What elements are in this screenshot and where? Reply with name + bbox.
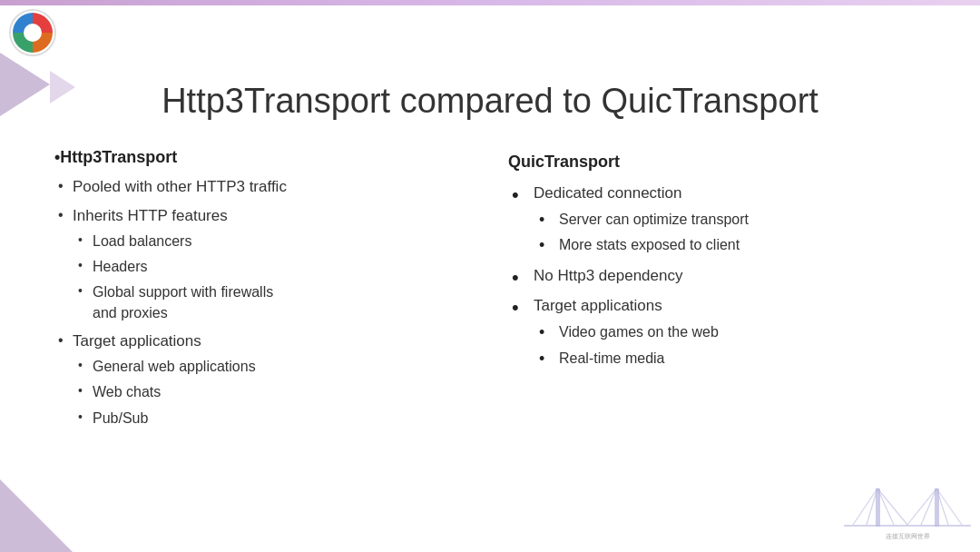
list-item: More stats exposed to client [534,235,926,255]
left-column: •Http3Transport Pooled with other HTTP3 … [54,148,472,436]
list-item: Headers [73,257,472,277]
svg-rect-0 [844,525,971,527]
svg-line-6 [877,488,907,525]
svg-line-10 [907,488,936,525]
right-bullet-list: Dedicated connection Server can optimize… [508,182,926,369]
sub-list: Load balancers Headers Global support wi… [73,232,472,324]
list-item: Web chats [73,382,472,402]
list-item: Pub/Sub [73,409,472,429]
list-item: Global support with firewallsand proxies [73,282,472,323]
logo [9,9,56,56]
svg-text:连接互联网世界: 连接互联网世界 [886,533,930,539]
list-item: Inherits HTTP features Load balancers He… [54,205,472,323]
bottom-right-logo: 连接互联网世界 [844,470,971,543]
list-item: Target applications General web applicat… [54,330,472,429]
list-item: General web applications [73,357,472,377]
list-item: Server can optimize transport [534,210,926,230]
main-content: Http3Transport compared to QuicTransport… [0,64,980,552]
left-heading: •Http3Transport [54,148,472,167]
right-sub-list: Video games on the web Real-time media [534,322,926,369]
list-item: Real-time media [534,349,926,369]
svg-line-9 [921,488,936,525]
left-bullet-list: Pooled with other HTTP3 traffic Inherits… [54,176,472,429]
list-item: Video games on the web [534,322,926,342]
top-accent-bar [0,0,980,5]
page-title: Http3Transport compared to QuicTransport [54,82,926,121]
right-heading: QuicTransport [508,153,926,172]
sub-list: General web applications Web chats Pub/S… [73,357,472,429]
right-column: QuicTransport Dedicated connection Serve… [508,148,926,378]
list-item: No Http3 dependency [508,265,926,287]
svg-line-3 [853,488,877,525]
list-item: Load balancers [73,232,472,251]
list-item: Pooled with other HTTP3 traffic [54,176,472,198]
columns-container: •Http3Transport Pooled with other HTTP3 … [54,148,926,436]
list-item: Dedicated connection Server can optimize… [508,182,926,256]
svg-line-7 [936,488,962,525]
right-sub-list: Server can optimize transport More stats… [534,210,926,256]
list-item: Target applications Video games on the w… [508,295,926,369]
